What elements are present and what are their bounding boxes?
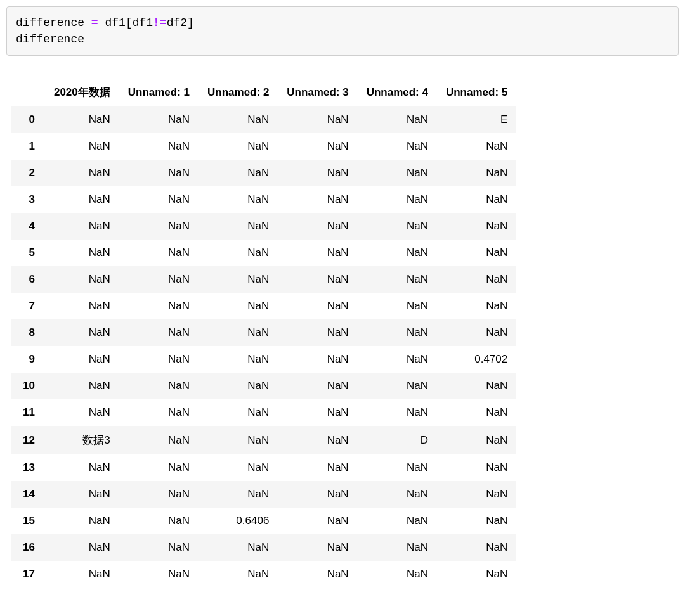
table-cell: NaN (437, 399, 516, 426)
table-cell: 数据3 (45, 426, 119, 454)
row-index: 2 (11, 160, 45, 186)
table-cell: NaN (45, 454, 119, 481)
table-row: 0NaNNaNNaNNaNNaNE (11, 106, 516, 134)
table-cell: NaN (278, 373, 357, 399)
row-index: 7 (11, 293, 45, 319)
row-index: 4 (11, 213, 45, 240)
table-cell: NaN (199, 561, 278, 587)
row-index: 12 (11, 426, 45, 454)
table-cell: NaN (199, 534, 278, 561)
table-row: 14NaNNaNNaNNaNNaNNaN (11, 481, 516, 508)
table-cell: NaN (45, 266, 119, 293)
table-row: 15NaNNaN0.6406NaNNaNNaN (11, 508, 516, 534)
table-cell: NaN (119, 534, 199, 561)
row-index: 6 (11, 266, 45, 293)
table-cell: NaN (358, 186, 437, 213)
table-cell: NaN (437, 481, 516, 508)
table-cell: NaN (199, 399, 278, 426)
table-cell: NaN (358, 454, 437, 481)
table-cell: NaN (45, 346, 119, 373)
row-index: 13 (11, 454, 45, 481)
table-row: 12数据3NaNNaNNaNDNaN (11, 426, 516, 454)
table-cell: NaN (199, 426, 278, 454)
table-cell: NaN (119, 319, 199, 346)
table-row: 1NaNNaNNaNNaNNaNNaN (11, 133, 516, 160)
table-cell: NaN (45, 133, 119, 160)
dataframe-header: 2020年数据Unnamed: 1Unnamed: 2Unnamed: 3Unn… (11, 79, 516, 106)
table-cell: NaN (45, 319, 119, 346)
table-cell: NaN (437, 213, 516, 240)
table-cell: NaN (278, 481, 357, 508)
table-cell: E (437, 106, 516, 134)
column-header: Unnamed: 1 (119, 79, 199, 106)
column-header: Unnamed: 4 (358, 79, 437, 106)
table-cell: NaN (278, 213, 357, 240)
row-index: 5 (11, 240, 45, 266)
table-cell: NaN (199, 454, 278, 481)
table-row: 16NaNNaNNaNNaNNaNNaN (11, 534, 516, 561)
table-cell: NaN (119, 186, 199, 213)
table-cell: NaN (278, 426, 357, 454)
table-cell: NaN (437, 293, 516, 319)
table-cell: NaN (119, 266, 199, 293)
table-row: 10NaNNaNNaNNaNNaNNaN (11, 373, 516, 399)
output-area: 2020年数据Unnamed: 1Unnamed: 2Unnamed: 3Unn… (11, 79, 679, 587)
table-cell: NaN (278, 160, 357, 186)
table-row: 17NaNNaNNaNNaNNaNNaN (11, 561, 516, 587)
table-cell: NaN (437, 133, 516, 160)
table-cell: NaN (45, 508, 119, 534)
table-cell: NaN (199, 213, 278, 240)
row-index: 3 (11, 186, 45, 213)
table-cell: NaN (437, 426, 516, 454)
table-cell: NaN (358, 534, 437, 561)
table-cell: NaN (119, 373, 199, 399)
column-header: 2020年数据 (45, 79, 119, 106)
table-cell: NaN (278, 346, 357, 373)
code-input-cell[interactable]: difference = df1[df1!=df2] difference (6, 6, 679, 56)
column-header: Unnamed: 2 (199, 79, 278, 106)
table-cell: NaN (437, 240, 516, 266)
code-token: df2 (167, 16, 187, 29)
table-cell: NaN (119, 454, 199, 481)
table-cell: NaN (199, 346, 278, 373)
table-cell: NaN (278, 561, 357, 587)
table-cell: D (358, 426, 437, 454)
row-index: 15 (11, 508, 45, 534)
table-row: 9NaNNaNNaNNaNNaN0.4702 (11, 346, 516, 373)
table-cell: NaN (119, 133, 199, 160)
table-row: 8NaNNaNNaNNaNNaNNaN (11, 319, 516, 346)
row-index: 11 (11, 399, 45, 426)
table-cell: NaN (358, 399, 437, 426)
table-cell: NaN (199, 481, 278, 508)
table-cell: NaN (199, 373, 278, 399)
table-cell: NaN (199, 133, 278, 160)
row-index: 10 (11, 373, 45, 399)
table-cell: NaN (119, 561, 199, 587)
table-row: 6NaNNaNNaNNaNNaNNaN (11, 266, 516, 293)
table-row: 5NaNNaNNaNNaNNaNNaN (11, 240, 516, 266)
table-cell: NaN (45, 561, 119, 587)
table-cell: NaN (358, 373, 437, 399)
table-cell: NaN (199, 160, 278, 186)
row-index: 14 (11, 481, 45, 508)
column-header: Unnamed: 5 (437, 79, 516, 106)
table-cell: NaN (199, 240, 278, 266)
table-cell: NaN (119, 240, 199, 266)
table-cell: NaN (199, 186, 278, 213)
table-cell: NaN (358, 240, 437, 266)
table-cell: NaN (437, 561, 516, 587)
table-row: 3NaNNaNNaNNaNNaNNaN (11, 186, 516, 213)
table-cell: NaN (358, 346, 437, 373)
table-row: 2NaNNaNNaNNaNNaNNaN (11, 160, 516, 186)
row-index: 1 (11, 133, 45, 160)
table-cell: NaN (278, 106, 357, 134)
table-cell: NaN (45, 106, 119, 134)
table-cell: NaN (278, 133, 357, 160)
row-index: 17 (11, 561, 45, 587)
table-cell: NaN (437, 266, 516, 293)
table-cell: NaN (119, 426, 199, 454)
table-cell: NaN (278, 293, 357, 319)
code-token: df1 (105, 16, 125, 29)
table-cell: NaN (119, 160, 199, 186)
table-cell: NaN (45, 481, 119, 508)
